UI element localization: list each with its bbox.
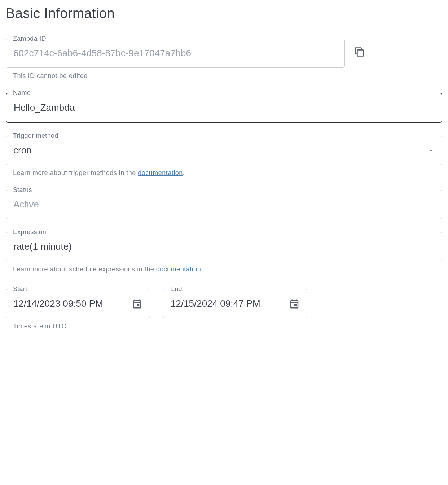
expression-field[interactable] <box>6 232 442 261</box>
trigger-method-select[interactable]: cron <box>6 136 442 165</box>
expression-label: Expression <box>11 228 48 236</box>
copy-icon[interactable] <box>352 45 366 59</box>
trigger-helper-prefix: Learn more about trigger methods in the <box>13 169 138 176</box>
end-datetime-field[interactable]: 12/15/2024 09:47 PM <box>163 289 307 318</box>
start-label: Start <box>11 285 30 293</box>
calendar-icon[interactable] <box>132 298 142 309</box>
times-note: Times are in UTC. <box>13 323 442 330</box>
expression-input[interactable] <box>13 241 435 252</box>
trigger-method-value: cron <box>13 145 423 156</box>
status-field: Active <box>6 190 442 219</box>
name-label: Name <box>11 89 33 97</box>
status-value: Active <box>13 199 435 210</box>
end-label: End <box>168 285 184 293</box>
expression-helper: Learn more about schedule expressions in… <box>13 266 442 273</box>
calendar-icon[interactable] <box>289 298 300 309</box>
trigger-method-helper: Learn more about trigger methods in the … <box>13 169 442 177</box>
expression-helper-prefix: Learn more about schedule expressions in… <box>13 266 156 273</box>
zambda-id-helper: This ID cannot be edited <box>13 72 442 80</box>
name-input[interactable] <box>14 102 434 113</box>
zambda-id-label: Zambda ID <box>11 35 48 43</box>
expression-helper-suffix: . <box>201 266 203 273</box>
start-value: 12/14/2023 09:50 PM <box>13 298 127 309</box>
name-field[interactable] <box>6 93 442 123</box>
trigger-method-label: Trigger method <box>11 132 61 140</box>
section-title: Basic Information <box>6 6 442 21</box>
end-value: 12/15/2024 09:47 PM <box>171 298 285 309</box>
zambda-id-value: 602c714c-6ab6-4d58-87bc-9e17047a7bb6 <box>13 48 337 59</box>
svg-rect-0 <box>357 50 363 56</box>
start-datetime-field[interactable]: 12/14/2023 09:50 PM <box>6 289 150 318</box>
zambda-id-field: 602c714c-6ab6-4d58-87bc-9e17047a7bb6 <box>6 39 345 68</box>
expression-documentation-link[interactable]: documentation <box>156 266 201 273</box>
chevron-down-icon <box>427 147 435 154</box>
trigger-helper-suffix: . <box>183 169 185 176</box>
status-label: Status <box>11 186 34 194</box>
trigger-documentation-link[interactable]: documentation <box>138 169 183 176</box>
